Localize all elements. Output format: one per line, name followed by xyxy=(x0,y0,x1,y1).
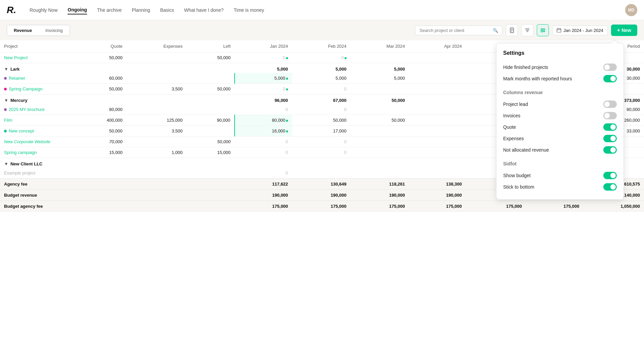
columns-revenue-section-title: Columns revenue xyxy=(503,90,617,95)
date-range-btn[interactable]: Jan 2024 - Jun 2024 xyxy=(552,26,608,35)
avatar[interactable]: MD xyxy=(625,4,637,16)
settings-icon xyxy=(540,28,546,33)
budget-revenue-label: Budget revenue xyxy=(0,190,235,201)
svg-point-7 xyxy=(541,28,542,30)
invoices-toggle[interactable] xyxy=(603,112,617,119)
col-jan2024: Jan 2024 xyxy=(235,40,292,52)
tab-group: Revenue Invoicing xyxy=(7,25,70,36)
mark-months-label: Mark months with reported hours xyxy=(503,76,572,81)
filter-icon-btn[interactable] xyxy=(521,24,533,36)
new-button[interactable]: + New xyxy=(611,25,637,36)
settings-title: Settings xyxy=(503,50,617,56)
hide-finished-label: Hide finished projects xyxy=(503,65,548,70)
settings-row-mark-months: Mark months with reported hours xyxy=(503,73,617,84)
client-toggle-mercury[interactable]: ▼ xyxy=(4,98,8,103)
col-apr2024: Apr 2024 xyxy=(409,40,466,52)
sidfot-section-title: Sidfot xyxy=(503,161,617,166)
quote-toggle[interactable] xyxy=(603,123,617,131)
settings-row-show-budget: Show budget xyxy=(503,170,617,181)
col-mar2024: Mar 2024 xyxy=(351,40,409,52)
logo[interactable]: R. xyxy=(7,5,16,15)
show-budget-toggle[interactable] xyxy=(603,172,617,179)
quote-cell: 50,000 xyxy=(74,52,127,63)
settings-row-expenses: Expenses xyxy=(503,133,617,144)
date-range-label: Jan 2024 - Jun 2024 xyxy=(563,28,603,33)
toolbar: Revenue Invoicing 🔍 Jan 2024 - Jun 2024 … xyxy=(0,20,644,40)
nav-the-archive[interactable]: The archive xyxy=(97,6,122,14)
footer-row-budget-agency-fee: Budget agency fee 175,000175,000175,0001… xyxy=(0,201,644,212)
col-quote: Quote xyxy=(74,40,127,52)
nav-what-have-i-done[interactable]: What have I done? xyxy=(184,6,224,14)
settings-panel: Settings Hide finished projects Mark mon… xyxy=(496,43,624,200)
mercury-jan: 96,000 xyxy=(235,94,292,105)
lark-feb: 5,000 xyxy=(292,63,351,73)
settings-row-hide-finished: Hide finished projects xyxy=(503,62,617,73)
project-link-new-concept[interactable]: New concept xyxy=(9,128,34,133)
left-cell: 50,000 xyxy=(187,52,235,63)
document-icon xyxy=(509,28,515,33)
project-name-cell: Retainer xyxy=(0,73,74,84)
client-toggle-lark[interactable]: ▼ xyxy=(4,67,8,72)
mercury-mar: 50,000 xyxy=(351,94,409,105)
project-link[interactable]: New Project xyxy=(4,55,28,60)
project-link-spring-campaign-mercury[interactable]: Spring campaign xyxy=(4,150,37,155)
svg-point-8 xyxy=(543,30,545,31)
svg-rect-10 xyxy=(557,29,561,32)
settings-row-not-allocated-revenue: Not allocated revenue xyxy=(503,144,617,156)
settings-row-invoices: Invoices xyxy=(503,110,617,121)
client-name-mercury: ▼Mercury xyxy=(0,94,187,105)
project-name-cell: New Project xyxy=(0,52,74,63)
col-expenses: Expenses xyxy=(127,40,187,52)
budget-agency-fee-label: Budget agency fee xyxy=(0,201,235,212)
search-input[interactable] xyxy=(419,28,491,33)
project-lead-toggle[interactable] xyxy=(603,101,617,108)
search-box[interactable]: 🔍 xyxy=(415,26,502,35)
agency-fee-label: Agency fee xyxy=(0,179,235,190)
tab-revenue[interactable]: Revenue xyxy=(7,25,39,36)
nav-roughly-now[interactable]: Roughly Now xyxy=(30,6,57,14)
nav-planning[interactable]: Planning xyxy=(132,6,150,14)
stick-to-bottom-label: Stick to bottom xyxy=(503,184,534,190)
project-link-spring-campaign[interactable]: Spring Campaign xyxy=(9,86,42,91)
apr-cell xyxy=(409,52,466,63)
feb-cell: 0 xyxy=(292,52,351,63)
mar-cell xyxy=(351,52,409,63)
tab-invoicing[interactable]: Invoicing xyxy=(39,25,69,36)
project-link-example[interactable]: Example project xyxy=(4,170,35,175)
col-project: Project xyxy=(0,40,74,52)
stick-to-bottom-toggle[interactable] xyxy=(603,183,617,191)
quote-label: Quote xyxy=(503,124,516,130)
project-lead-label: Project lead xyxy=(503,102,528,107)
project-link-film[interactable]: Film xyxy=(4,118,12,123)
expenses-toggle[interactable] xyxy=(603,135,617,142)
client-name-lark: ▼Lark xyxy=(0,63,187,73)
nav-basics[interactable]: Basics xyxy=(160,6,174,14)
hide-finished-toggle[interactable] xyxy=(603,64,617,71)
client-name-new-client-llc: ▼New Client LLC xyxy=(0,158,187,168)
jan-cell: 0 xyxy=(235,52,292,63)
client-toggle-new-client-llc[interactable]: ▼ xyxy=(4,161,8,166)
mercury-feb: 67,000 xyxy=(292,94,351,105)
col-left: Left xyxy=(187,40,235,52)
project-link-retainer[interactable]: Retainer xyxy=(9,76,25,81)
mark-months-toggle[interactable] xyxy=(603,75,617,82)
filter-icon xyxy=(525,28,530,33)
settings-row-quote: Quote xyxy=(503,121,617,133)
expenses-cell xyxy=(127,52,187,63)
top-nav: R. Roughly Now Ongoing The archive Plann… xyxy=(0,0,644,20)
document-icon-btn[interactable] xyxy=(506,24,518,36)
col-feb2024: Feb 2024 xyxy=(292,40,351,52)
show-budget-label: Show budget xyxy=(503,173,531,178)
settings-row-stick-to-bottom: Stick to bottom xyxy=(503,181,617,193)
nav-ongoing[interactable]: Ongoing xyxy=(68,6,87,14)
lark-mar: 5,000 xyxy=(351,63,409,73)
nav-time-is-money[interactable]: Time is money xyxy=(234,6,264,14)
project-link-brochure[interactable]: 2025 MY brochure xyxy=(9,107,45,112)
not-allocated-revenue-label: Not allocated revenue xyxy=(503,147,549,153)
plus-icon: + xyxy=(617,27,620,33)
settings-icon-btn[interactable] xyxy=(537,24,549,36)
project-link-corporate-website[interactable]: New Corporate Website xyxy=(4,139,50,144)
calendar-icon xyxy=(557,28,561,33)
not-allocated-revenue-toggle[interactable] xyxy=(603,146,617,154)
search-icon: 🔍 xyxy=(493,28,498,33)
